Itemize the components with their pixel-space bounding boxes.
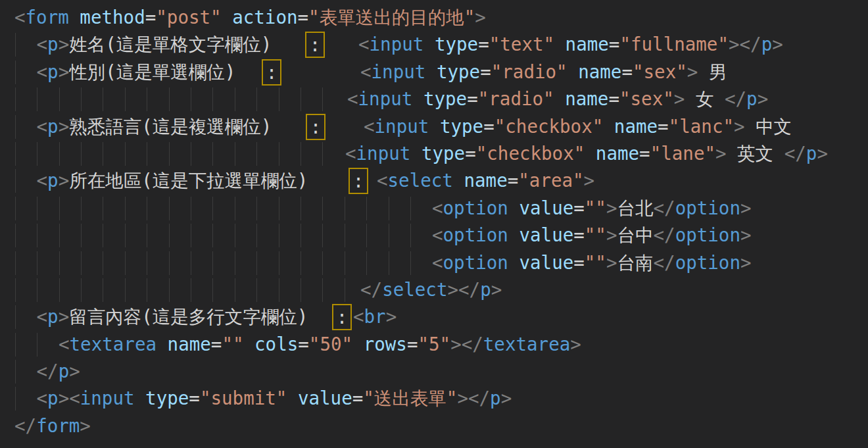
code-token: method — [69, 7, 145, 28]
code-token: 性別(這是單選欄位) — [69, 61, 235, 82]
indent-guide-line — [322, 197, 323, 220]
code-token: input — [372, 61, 426, 82]
code-token: < — [377, 170, 388, 191]
code-token: > — [501, 387, 512, 409]
code-token: > — [817, 143, 828, 164]
code-token: = — [480, 61, 491, 82]
indent-guide-line — [59, 87, 60, 111]
code-token: p — [47, 306, 59, 327]
code-token: "表單送出的目的地" — [308, 7, 475, 28]
code-token: < — [432, 197, 443, 218]
code-token: < — [347, 88, 358, 109]
indent-guide-line — [37, 224, 37, 247]
code-token: type — [423, 34, 478, 55]
code-token: "lane" — [650, 143, 715, 164]
indent-guide-line — [191, 251, 191, 275]
code-token: "" — [585, 224, 606, 245]
code-token: "sex" — [633, 61, 687, 82]
code-editor-text-area[interactable]: <form method="post" action="表單送出的目的地"><p… — [0, 0, 868, 448]
code-token: </ — [654, 197, 675, 218]
indent-guide-line — [366, 224, 367, 247]
code-token: > — [729, 34, 740, 55]
code-segment: <p>姓名(這是單格文字欄位) — [37, 31, 272, 58]
code-token: "post" — [156, 7, 221, 28]
code-token: > — [59, 387, 70, 409]
code-line: <option value="">台中</option> — [0, 222, 868, 249]
code-token: > — [584, 170, 595, 191]
indent-guide-line — [147, 87, 147, 111]
code-line: <form method="post" action="表單送出的目的地"> — [0, 4, 868, 31]
indent-guide-line — [147, 224, 147, 247]
indent-guide-line — [410, 224, 411, 247]
code-token: "" — [222, 334, 243, 355]
code-line: <p>性別(這是單選欄位):<input type="radio" name="… — [0, 59, 868, 86]
indent-guide-line — [37, 197, 37, 220]
indent-guide-line — [147, 197, 147, 220]
indent-guide-line — [322, 278, 323, 302]
indent-guide-line — [345, 251, 345, 275]
indent-guide-line — [235, 251, 235, 275]
indent-guide-line — [15, 360, 16, 384]
indent-guide-line — [147, 251, 147, 275]
code-token: "radio" — [491, 61, 567, 82]
indent-guide-line — [279, 251, 279, 275]
code-token: > — [758, 88, 769, 109]
code-token: p — [47, 34, 59, 55]
code-segment: <form method="post" action="表單送出的目的地"> — [14, 4, 486, 31]
indent-guide-line — [256, 278, 257, 302]
unicode-highlight-colon-box: : — [306, 114, 326, 140]
indent-guide-line — [15, 142, 16, 166]
indent-guide-line — [279, 197, 279, 220]
code-token: = — [609, 34, 620, 55]
code-segment: <input type="text" name="fullname"></p> — [358, 31, 783, 58]
code-token: name — [554, 34, 609, 55]
indent-guide-line — [212, 224, 213, 247]
code-token: value — [287, 387, 352, 409]
indent-guide-line — [59, 197, 60, 220]
code-token: input — [370, 34, 424, 55]
indent-guide-line — [279, 87, 279, 111]
code-token: > — [491, 279, 502, 300]
code-token: action — [222, 7, 298, 28]
code-segment: <p>性別(這是單選欄位) — [37, 59, 236, 86]
code-token: option — [675, 197, 740, 218]
code-line: </select></p> — [0, 276, 868, 303]
code-token: "lanc" — [669, 116, 734, 137]
code-token: > — [447, 279, 458, 300]
code-line: <input type="radio" name="sex"> 女 </p> — [0, 86, 868, 112]
code-segment: <p>所在地區(這是下拉選單欄位) — [37, 167, 308, 194]
code-token: < — [360, 61, 372, 82]
code-token: name — [585, 143, 639, 164]
code-token: type — [412, 88, 467, 109]
indent-guide-line — [345, 224, 345, 247]
indent-guide-line — [147, 142, 147, 166]
code-token: option — [675, 224, 740, 245]
indent-guide-line — [169, 278, 170, 302]
code-token: type — [410, 143, 465, 164]
indent-guide-line — [279, 224, 279, 247]
code-token: p — [47, 61, 59, 82]
indent-guide-line — [169, 251, 170, 275]
indent-guide-line — [212, 251, 213, 275]
code-token: </ — [462, 334, 483, 355]
code-token: > — [606, 224, 617, 245]
indent-guide-line — [191, 197, 191, 220]
code-token: > — [59, 170, 70, 191]
indent-guide-line — [81, 251, 82, 275]
code-token: = — [483, 116, 494, 137]
code-token: < — [345, 143, 356, 164]
code-token: value — [508, 224, 573, 245]
code-token: < — [353, 306, 364, 327]
indent-guide-line — [103, 197, 103, 220]
code-token: = — [298, 334, 309, 355]
code-token: p — [47, 387, 59, 409]
code-token: </ — [725, 88, 746, 109]
indent-guide-line — [125, 278, 126, 302]
indent-guide-line — [212, 142, 213, 166]
code-token: < — [37, 34, 48, 55]
indent-guide-line — [256, 224, 257, 247]
code-token: p — [806, 143, 817, 164]
code-line: </p> — [0, 358, 868, 385]
indent-guide-line — [103, 224, 103, 247]
indent-guide-line — [345, 278, 345, 302]
